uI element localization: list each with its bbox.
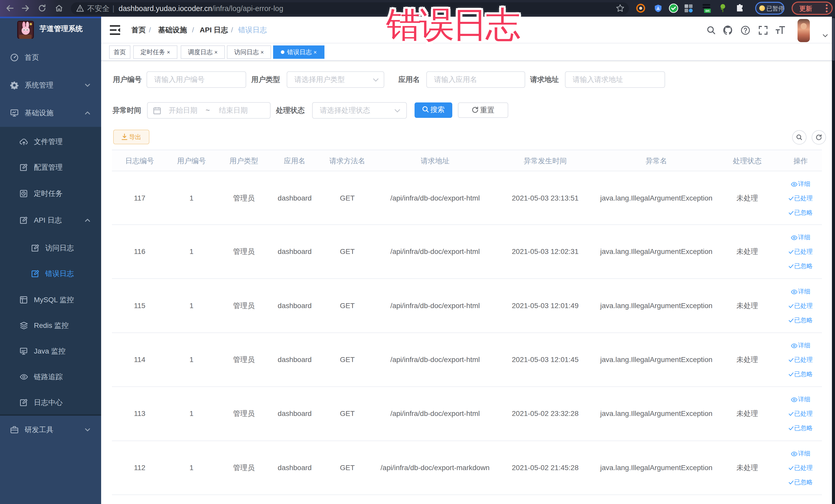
- svg-text:on: on: [705, 9, 710, 13]
